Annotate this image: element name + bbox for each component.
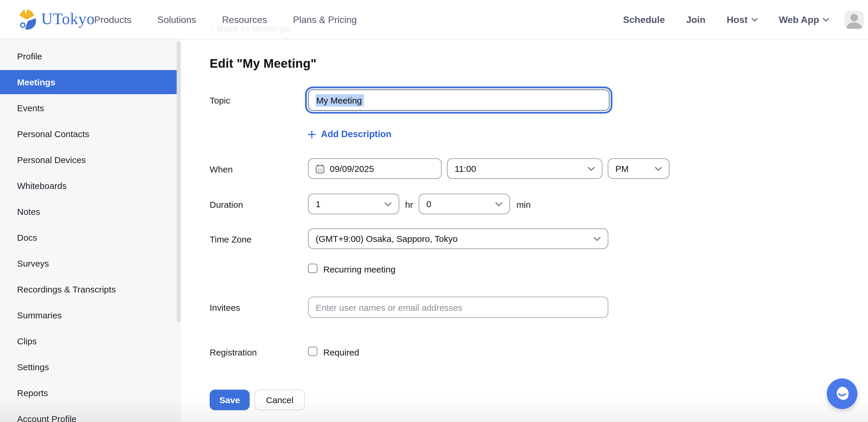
duration-minutes-value: 0 [426,199,431,209]
plus-icon [308,130,316,138]
nav-solutions[interactable]: Solutions [157,14,196,25]
nav-products[interactable]: Products [94,14,131,25]
invitees-label: Invitees [210,302,240,313]
sidebar-item-docs[interactable]: Docs [0,225,177,250]
nav-plans-pricing[interactable]: Plans & Pricing [293,14,357,25]
user-avatar[interactable] [844,10,864,29]
registration-required-label: Required [323,347,359,357]
utokyo-logo[interactable]: UTokyo [18,8,95,30]
chevron-down-icon [384,202,392,206]
nav-resources[interactable]: Resources [222,14,267,25]
chevron-down-icon [588,166,595,171]
time-select[interactable]: 11:00 [447,158,602,179]
timezone-select[interactable]: (GMT+9:00) Osaka, Sapporo, Tokyo [308,228,608,249]
chevron-down-icon [655,166,662,171]
duration-hours-value: 1 [316,199,321,209]
topic-input-value: My Meeting [316,94,364,106]
page: ‹ Back to Meetings UTokyo Products Solut… [0,0,868,422]
ginkgo-leaf-icon [18,8,37,30]
date-picker-field[interactable]: 09/09/2025 [308,158,442,179]
calendar-icon [316,164,324,173]
nav-webapp-label: Web App [779,14,819,25]
sidebar-item-summaries[interactable]: Summaries [0,303,177,327]
nav-join[interactable]: Join [686,14,706,25]
chevron-down-icon [823,18,829,22]
chevron-down-icon [751,18,757,22]
chat-bubble-smiley-icon [833,385,851,402]
primary-nav: Products Solutions Resources Plans & Pri… [94,0,357,39]
recurring-meeting-label: Recurring meeting [323,264,396,274]
timezone-value: (GMT+9:00) Osaka, Sapporo, Tokyo [316,234,458,244]
registration-required-checkbox[interactable] [308,347,317,356]
duration-label: Duration [210,199,243,209]
sidebar-item-profile[interactable]: Profile [0,44,177,68]
sidebar-item-notes[interactable]: Notes [0,199,177,224]
logo-text: UTokyo [41,10,95,28]
sidebar-item-account-profile[interactable]: Account Profile [0,407,177,422]
sidebar-item-personal-devices[interactable]: Personal Devices [0,148,177,172]
hours-unit-label: hr [405,199,413,209]
minutes-unit-label: min [517,199,531,209]
secondary-nav: Schedule Join Host Web App [623,0,829,39]
meridiem-select[interactable]: PM [608,158,670,179]
sidebar-item-whiteboards[interactable]: Whiteboards [0,174,177,198]
edit-meeting-panel: Edit "My Meeting" Topic My Meeting Add D… [181,0,868,422]
topic-label: Topic [210,95,230,105]
nav-host-dropdown[interactable]: Host [727,14,757,25]
nav-schedule[interactable]: Schedule [623,14,665,25]
add-description-button[interactable]: Add Description [308,129,391,139]
sidebar-item-settings[interactable]: Settings [0,355,177,379]
sidebar-item-reports[interactable]: Reports [0,381,177,405]
sidebar-item-clips[interactable]: Clips [0,329,177,353]
sidebar-item-surveys[interactable]: Surveys [0,251,177,275]
cancel-button[interactable]: Cancel [254,390,305,410]
invitees-input[interactable]: Enter user names or email addresses [308,297,608,318]
chevron-down-icon [594,236,601,241]
date-value: 09/09/2025 [330,164,374,174]
when-label: When [210,164,232,174]
meridiem-value: PM [615,164,629,174]
chevron-down-icon [495,202,502,206]
page-title: Edit "My Meeting" [210,57,316,71]
duration-minutes-select[interactable]: 0 [419,194,510,214]
sidebar-item-meetings[interactable]: Meetings [0,70,177,94]
sidebar-item-events[interactable]: Events [0,96,177,120]
duration-hours-select[interactable]: 1 [308,194,399,214]
topic-input[interactable]: My Meeting [308,90,610,111]
nav-webapp-dropdown[interactable]: Web App [779,14,829,25]
time-value: 11:00 [455,164,476,174]
support-chat-button[interactable] [827,379,858,409]
top-nav-bar: ‹ Back to Meetings UTokyo Products Solut… [0,0,868,39]
nav-host-label: Host [727,14,748,25]
person-icon [844,10,864,29]
sidebar-item-recordings-transcripts[interactable]: Recordings & Transcripts [0,277,177,301]
sidebar-scrollbar-thumb[interactable] [177,41,181,323]
recurring-meeting-checkbox[interactable] [308,264,317,273]
registration-label: Registration [210,347,257,357]
sidebar-menu: Profile Meetings Events Personal Contact… [0,39,181,422]
sidebar-item-personal-contacts[interactable]: Personal Contacts [0,122,177,146]
settings-sidebar: Profile Meetings Events Personal Contact… [0,39,181,422]
add-description-label: Add Description [321,129,391,139]
timezone-label: Time Zone [210,234,251,244]
save-button[interactable]: Save [210,390,250,410]
invitees-placeholder: Enter user names or email addresses [316,302,463,312]
